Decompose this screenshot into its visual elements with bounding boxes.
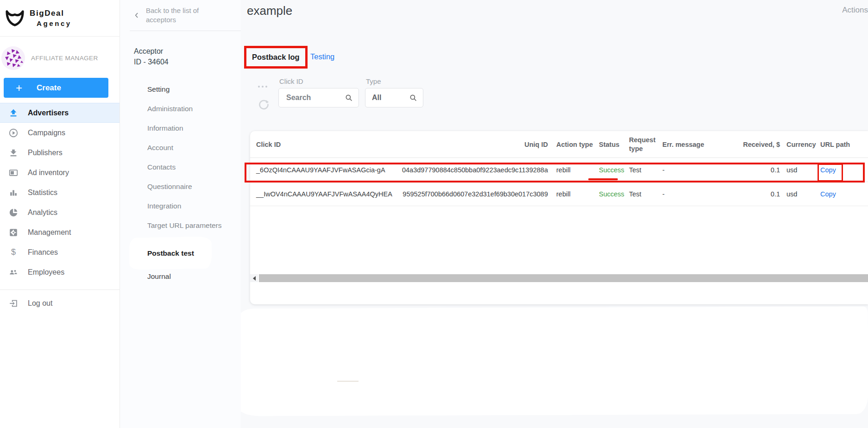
dollar-icon: $	[8, 247, 19, 258]
cell-err-message: -	[662, 166, 727, 174]
page-title: example	[247, 4, 292, 18]
logout-button[interactable]: Log out	[0, 293, 120, 313]
pie-chart-icon	[8, 207, 19, 218]
col-click-id: Click ID	[250, 141, 389, 148]
profile: AFFILIATE MANAGER	[0, 37, 120, 70]
type-label: Type	[366, 77, 423, 85]
acceptor-item-journal[interactable]: Journal	[120, 267, 241, 286]
sidebar-item-label: Ad inventory	[28, 169, 69, 177]
acceptor-id-block: Acceptor ID - 34604	[134, 46, 241, 67]
col-request-type: Request type	[629, 136, 662, 153]
acceptor-item-administration[interactable]: Administration	[120, 99, 241, 119]
cell-uniq-id: 959525f700b66d0607e32d31ef69b30e017c3089	[389, 190, 548, 198]
sidebar-item-label: Campaigns	[28, 129, 65, 137]
table-row: _6OzQI4nCAAAU9YAAFJVFwASAGcia-gA 04a3d97…	[250, 158, 868, 182]
scrollbar-thumb[interactable]	[259, 274, 868, 282]
sidebar-item-employees[interactable]: Employees	[0, 262, 120, 282]
sidebar-menu: Advertisers Campaigns Publishers Ad inve…	[0, 103, 120, 282]
create-button[interactable]: + Create	[4, 78, 108, 98]
col-action-type: Action type	[548, 141, 599, 148]
col-uniq-id: Uniq ID	[389, 141, 548, 148]
col-err-message: Err. message	[662, 141, 727, 148]
sidebar-item-advertisers[interactable]: Advertisers	[0, 103, 120, 123]
tab-postback-log[interactable]: Postback log	[252, 53, 300, 61]
sidebar-item-label: Analytics	[28, 208, 57, 217]
gear-square-icon	[8, 227, 19, 238]
back-to-acceptors-link[interactable]: Back to the list of acceptors	[130, 0, 241, 31]
cell-click-id: __IwOV4nCAAAU9YAAFJVFwASAA4QyHEA	[250, 190, 389, 198]
sidebar-item-label: Employees	[28, 268, 64, 277]
scroll-left-button[interactable]	[250, 274, 258, 282]
create-button-label: Create	[37, 83, 61, 93]
sidebar-item-label: Finances	[28, 248, 58, 257]
acceptor-entity-label: Acceptor	[134, 46, 241, 57]
cell-click-id: _6OzQI4nCAAAU9YAAFJVFwASAGcia-gA	[250, 166, 389, 174]
acceptor-item-label: Postback test	[147, 249, 194, 258]
annotation-box-postback-log: Postback log	[244, 46, 308, 69]
cell-request-type: Test	[629, 166, 662, 174]
col-received: Received, $	[727, 141, 780, 148]
sidebar-item-campaigns[interactable]: Campaigns	[0, 123, 120, 143]
sidebar-item-management[interactable]: Management	[0, 222, 120, 242]
acceptor-panel: Back to the list of acceptors Acceptor I…	[120, 0, 241, 428]
sidebar-item-statistics[interactable]: Statistics	[0, 183, 120, 202]
sidebar-item-label: Advertisers	[28, 109, 69, 117]
sidebar-item-analytics[interactable]: Analytics	[0, 202, 120, 222]
sidebar-item-finances[interactable]: $ Finances	[0, 242, 120, 262]
main-content: example Actions Postback log Testing Cli…	[241, 0, 868, 428]
type-select[interactable]: All	[365, 88, 423, 107]
acceptor-item-questionnaire[interactable]: Questionnaire	[120, 177, 241, 196]
table-row: __IwOV4nCAAAU9YAAFJVFwASAA4QyHEA 959525f…	[250, 182, 868, 206]
brand-line1: BigDeal	[30, 9, 64, 18]
brand-name: BigDeal Agency	[30, 8, 72, 29]
bigdeal-logo-icon	[4, 7, 25, 29]
col-status: Status	[599, 141, 629, 148]
cell-received: 0.1	[727, 166, 780, 174]
copy-url-link[interactable]: Copy	[820, 190, 836, 198]
logout-label: Log out	[28, 299, 52, 308]
acceptor-item-postback-test[interactable]: Postback test	[120, 240, 241, 267]
status-badge: Success	[599, 190, 629, 198]
people-icon	[8, 267, 19, 278]
horizontal-scrollbar	[250, 274, 868, 282]
search-icon	[409, 94, 417, 102]
acceptor-item-setting[interactable]: Setting	[120, 80, 241, 99]
actions-button[interactable]: Actions	[842, 6, 868, 15]
acceptor-item-target-url-parameters[interactable]: Target URL parameters	[120, 216, 241, 235]
cell-action-type: rebill	[548, 190, 599, 198]
type-selected-value: All	[372, 94, 409, 102]
cell-err-message: -	[662, 190, 727, 198]
sidebar-item-label: Management	[28, 228, 71, 237]
click-id-search-input[interactable]	[285, 93, 345, 102]
click-id-search-box	[278, 88, 359, 107]
sidebar-item-label: Statistics	[28, 189, 57, 197]
acceptor-item-account[interactable]: Account	[120, 138, 241, 157]
refresh-icon[interactable]	[258, 98, 270, 111]
cell-uniq-id: 04a3d97790884c850bba0f9223aedc9c1139288a	[389, 166, 548, 174]
more-options-icon[interactable]	[258, 86, 267, 88]
status-badge: Success	[599, 166, 629, 174]
acceptor-item-information[interactable]: Information	[120, 119, 241, 138]
logout-icon	[8, 298, 19, 309]
brand-line2: Agency	[30, 19, 72, 28]
arrow-left-icon	[251, 276, 256, 281]
whiteout-blob-bottom	[237, 307, 868, 416]
cell-action-type: rebill	[548, 166, 599, 174]
download-icon	[8, 147, 19, 158]
plus-icon: +	[16, 82, 22, 94]
click-id-label: Click ID	[279, 77, 359, 85]
tab-testing[interactable]: Testing	[310, 52, 334, 61]
upload-icon	[8, 107, 19, 119]
acceptor-item-contacts[interactable]: Contacts	[120, 157, 241, 177]
acceptor-item-integration[interactable]: Integration	[120, 196, 241, 216]
copy-url-link[interactable]: Copy	[820, 166, 836, 174]
cell-currency: usd	[780, 190, 815, 198]
sidebar-item-publishers[interactable]: Publishers	[0, 143, 120, 163]
workspace-label: AFFILIATE MANAGER	[31, 55, 98, 62]
filter-type: Type All	[365, 77, 423, 107]
back-link-label: Back to the list of acceptors	[146, 6, 220, 25]
play-circle-icon	[8, 127, 19, 138]
sidebar-divider	[0, 290, 120, 290]
sidebar-item-ad-inventory[interactable]: Ad inventory	[0, 163, 120, 183]
col-currency: Currency	[780, 141, 815, 148]
